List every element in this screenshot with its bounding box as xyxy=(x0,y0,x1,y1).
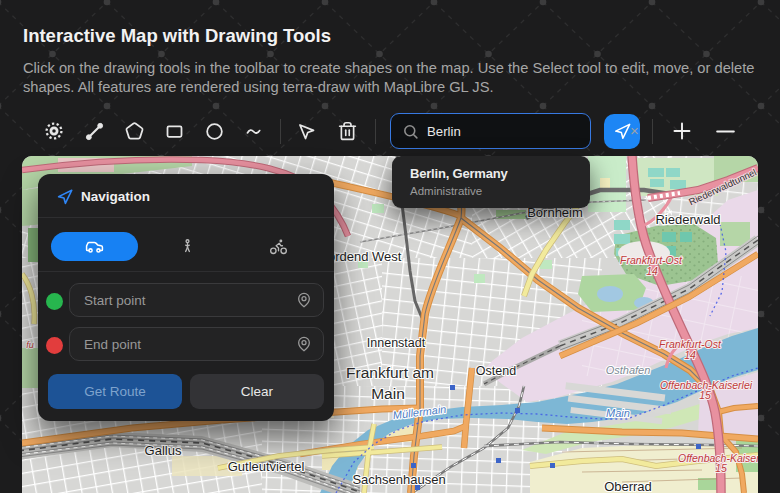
svg-text:Innenstadt: Innenstadt xyxy=(367,336,426,350)
svg-text:15: 15 xyxy=(715,462,727,474)
svg-text:Gutleutviertel: Gutleutviertel xyxy=(228,459,305,474)
svg-text:Frankfurt am: Frankfurt am xyxy=(346,364,434,381)
svg-text:Sachsenhausen: Sachsenhausen xyxy=(352,472,445,487)
svg-text:Oberrad: Oberrad xyxy=(604,479,652,493)
svg-text:Main: Main xyxy=(606,407,630,419)
svg-text:Main: Main xyxy=(371,385,405,402)
svg-text:Osthafen: Osthafen xyxy=(606,364,651,376)
svg-text:14: 14 xyxy=(684,349,696,361)
svg-text:15: 15 xyxy=(699,389,711,401)
svg-text:Riederwald: Riederwald xyxy=(655,212,720,227)
svg-text:14: 14 xyxy=(646,265,658,277)
svg-text:Ostend: Ostend xyxy=(476,364,516,378)
svg-text:Gallus: Gallus xyxy=(145,443,182,458)
svg-text:fu: fu xyxy=(26,340,34,350)
